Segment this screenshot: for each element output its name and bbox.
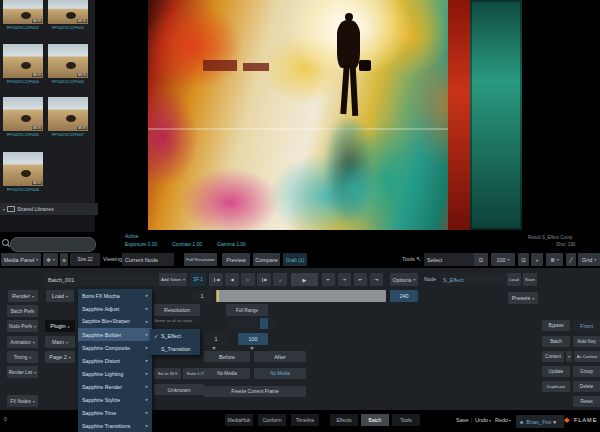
auto-key-button[interactable]: Auto Key [573, 336, 600, 347]
transport-step-forward-button[interactable]: ❙▶ [257, 273, 271, 286]
menu-item-sapphire-builder[interactable]: Sapphire Builder▸ [78, 328, 152, 341]
jump-back-button[interactable]: ↞ [322, 273, 335, 286]
expand-caret-icon[interactable]: ▾ [3, 207, 5, 212]
menu-item-sapphire-render[interactable]: Sapphire Render▸ [78, 380, 152, 393]
jump-forward-button[interactable]: ↠ [338, 273, 351, 286]
as-context-button[interactable]: As Context [574, 351, 600, 362]
unknown-resolution-button[interactable]: Unknown [154, 384, 204, 395]
tool-select-field[interactable]: Select [424, 253, 476, 266]
node-prefs-button[interactable]: Node Prefs▾ [7, 320, 38, 332]
tab-effects[interactable]: Effects [330, 414, 358, 426]
menu-item-boris-fx-mocha[interactable]: Boris FX Mocha▸ [78, 289, 152, 302]
front-selector[interactable]: Front [573, 320, 600, 331]
transport-forward-button[interactable]: ▷ [241, 273, 255, 286]
menu-item-sapphire-lighting[interactable]: Sapphire Lighting▸ [78, 367, 152, 380]
go-to-start-button[interactable]: ⇤ [354, 273, 367, 286]
freeze-current-frame-button[interactable]: Freeze Current Frame [204, 386, 306, 397]
current-view-field[interactable]: Current Node [122, 253, 174, 266]
onion-skin-button[interactable]: ≣▾ [546, 253, 563, 266]
fit-view-button[interactable]: ⊡ [474, 253, 488, 266]
menu-item-sapphire-composite[interactable]: Sapphire Composite▸ [78, 341, 152, 354]
plugin-selector[interactable]: Plugin▸ [45, 320, 75, 332]
delete-button[interactable]: Delete [573, 381, 600, 392]
clip-thumbnail[interactable]: MOV FP0025C12F006 [3, 97, 45, 137]
clip-thumbnail[interactable]: MOV FP0025C12F007 [48, 97, 90, 137]
load-button[interactable]: Load▾ [46, 290, 74, 302]
resolution-button[interactable]: Resolution [154, 304, 200, 316]
submenu-item-s-effect[interactable]: ✓S_Effect [150, 329, 200, 342]
grid-button[interactable]: Grid▾ [578, 253, 600, 266]
search-input[interactable] [10, 237, 96, 252]
media-panel-options-button[interactable]: ✻▾ [43, 253, 58, 266]
options-button[interactable]: Options▾ [390, 273, 418, 286]
pan-button[interactable]: + [531, 253, 543, 266]
bypass-button[interactable]: Bypass [542, 320, 570, 331]
menu-item-sapphire-transitions[interactable]: Sapphire Transitions▸ [78, 419, 152, 432]
zoom-level-button[interactable]: 100▾ [491, 253, 515, 266]
node-save-button[interactable]: Save [523, 273, 537, 286]
submenu-item-s-transition[interactable]: S_Transition [150, 342, 200, 355]
duplicate-button[interactable]: Duplicate [542, 381, 570, 392]
node-load-button[interactable]: Load [507, 273, 521, 286]
tab-conform[interactable]: Conform [258, 414, 286, 426]
add-token-button[interactable]: Add Token▾ [159, 273, 187, 286]
menu-item-sapphire-time[interactable]: Sapphire Time▸ [78, 406, 152, 419]
update-button[interactable]: Update [542, 366, 570, 377]
context-caret-button[interactable]: ▾ [566, 351, 572, 362]
menu-item-sapphire-distort[interactable]: Sapphire Distort▸ [78, 354, 152, 367]
undo-button[interactable]: Undo [475, 417, 488, 423]
save-button[interactable]: Save [456, 417, 469, 423]
batch-prefs-button[interactable]: Batch Prefs [7, 305, 38, 317]
compare-button[interactable]: Compare [253, 253, 280, 266]
animation-button[interactable]: Animation▾ [7, 336, 38, 348]
render-button[interactable]: Render▾ [8, 290, 38, 302]
audio-button[interactable]: ♪ [273, 273, 287, 286]
clip-thumbnail[interactable]: MOV FP0025C12F008 [3, 152, 45, 192]
snap-button[interactable]: Ω [518, 253, 529, 266]
transport-step-back-button[interactable]: ❙◀ [209, 273, 223, 286]
presets-button[interactable]: Presets▾ [508, 292, 538, 304]
start-frame-field[interactable]: SF 1 [190, 273, 206, 286]
playhead[interactable] [217, 290, 219, 302]
full-resolution-button[interactable]: Full Resolution [184, 253, 217, 266]
range-end-field[interactable]: 100 [238, 333, 268, 345]
page2-selector[interactable]: Page 2▾ [45, 351, 75, 363]
after-button[interactable]: After [254, 351, 306, 362]
range-start-field[interactable]: 1 [204, 333, 228, 345]
node-name-field[interactable]: S_Effect [440, 273, 510, 286]
timeline-slider[interactable] [216, 290, 386, 302]
tab-tools[interactable]: Tools [392, 414, 420, 426]
render-list-button[interactable]: Render List▾ [7, 366, 38, 378]
batch-render-button[interactable]: Batch [542, 336, 570, 347]
clip-thumbnail[interactable]: MOV FP0025C12F003 [48, 0, 90, 30]
transport-back-button[interactable]: ◀ [225, 273, 239, 286]
timing-button[interactable]: Timing▾ [7, 351, 38, 363]
user-menu[interactable]: ☻ Brian_Fox ▾ [516, 415, 564, 428]
reset-button[interactable]: Reset [573, 396, 600, 407]
list-view-button[interactable]: ≡ [60, 253, 68, 266]
draw-button[interactable]: ╱ [566, 253, 576, 266]
undo-caret-icon[interactable]: ▾ [489, 418, 491, 423]
media-panel-selector[interactable]: Media Panel▾ [1, 253, 41, 266]
group-button[interactable]: Group [573, 366, 600, 377]
tab-timeline[interactable]: Timeline [291, 414, 319, 426]
clip-thumbnail[interactable]: MOV FP0025C12F004 [3, 44, 45, 84]
clip-thumbnail[interactable]: MOV FP0025C12F005 [48, 44, 90, 84]
tab-mediahub[interactable]: MediaHub [225, 414, 253, 426]
thumbnail-size-field[interactable]: Size 22 [70, 253, 100, 266]
grab-field[interactable]: Grab (1) [283, 253, 307, 266]
full-range-button[interactable]: Full Range [226, 304, 268, 316]
shared-libraries-row[interactable]: ▾ Shared Libraries [0, 203, 98, 215]
go-to-end-button[interactable]: ⇥ [370, 273, 383, 286]
main-selector[interactable]: Main▾ [45, 336, 75, 348]
menu-item-sapphire-stylize[interactable]: Sapphire Stylize▸ [78, 393, 152, 406]
set-to-169-button[interactable]: Set to 16:9 [154, 368, 181, 379]
no-media-before-button[interactable]: No Media [204, 368, 250, 379]
no-media-after-button[interactable]: No Media [254, 368, 306, 379]
end-frame-field[interactable]: 240 [390, 290, 418, 302]
clip-thumbnail[interactable]: MOV FP0025C12F002 [3, 0, 45, 30]
preview-button[interactable]: Preview [222, 253, 250, 266]
fx-nodes-button[interactable]: FX Nodes▾ [7, 395, 38, 407]
current-frame-field[interactable]: 1 [192, 290, 212, 302]
menu-item-sapphire-blur-sharpen[interactable]: Sapphire Blur+Sharpen▸ [78, 315, 152, 328]
